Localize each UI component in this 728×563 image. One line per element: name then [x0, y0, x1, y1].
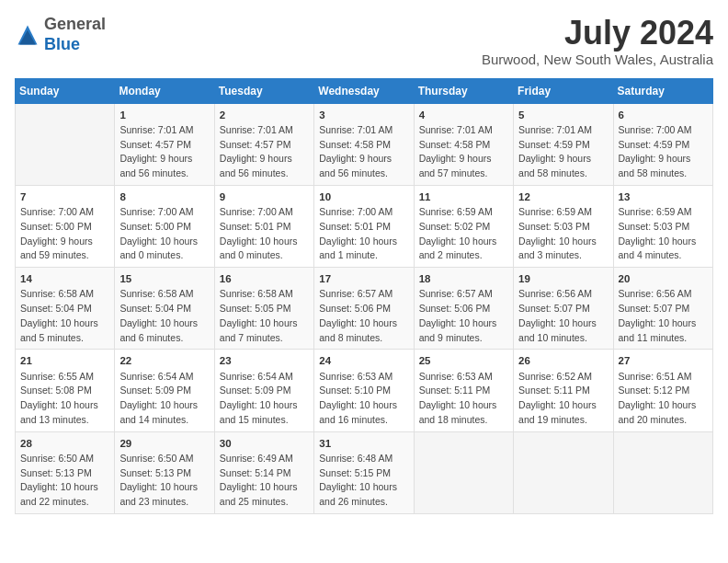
calendar-cell: 26Sunrise: 6:52 AM Sunset: 5:11 PM Dayli… [514, 350, 613, 431]
day-number: 23 [220, 353, 309, 369]
weekday-header: Saturday [613, 78, 712, 103]
calendar-cell: 3Sunrise: 7:01 AM Sunset: 4:58 PM Daylig… [314, 103, 414, 185]
calendar-cell [514, 431, 613, 513]
calendar-cell: 2Sunrise: 7:01 AM Sunset: 4:57 PM Daylig… [214, 103, 313, 185]
logo-icon [15, 22, 40, 48]
weekday-header: Tuesday [214, 78, 313, 103]
calendar-cell: 5Sunrise: 7:01 AM Sunset: 4:59 PM Daylig… [514, 103, 613, 185]
day-info: Sunrise: 6:59 AM Sunset: 5:03 PM Dayligh… [518, 205, 608, 263]
calendar-cell: 25Sunrise: 6:53 AM Sunset: 5:11 PM Dayli… [414, 350, 513, 431]
calendar-week-row: 21Sunrise: 6:55 AM Sunset: 5:08 PM Dayli… [16, 350, 713, 431]
day-number: 14 [20, 271, 109, 287]
calendar-week-row: 28Sunrise: 6:50 AM Sunset: 5:13 PM Dayli… [16, 431, 713, 513]
day-info: Sunrise: 6:53 AM Sunset: 5:11 PM Dayligh… [419, 370, 508, 428]
day-number: 7 [20, 190, 109, 205]
day-info: Sunrise: 6:55 AM Sunset: 5:08 PM Dayligh… [20, 370, 109, 428]
day-number: 20 [619, 271, 708, 287]
day-info: Sunrise: 6:50 AM Sunset: 5:13 PM Dayligh… [20, 452, 109, 510]
day-number: 13 [619, 190, 708, 205]
day-info: Sunrise: 6:58 AM Sunset: 5:05 PM Dayligh… [220, 287, 309, 345]
day-info: Sunrise: 6:52 AM Sunset: 5:11 PM Dayligh… [518, 370, 608, 428]
logo-general: General [44, 15, 106, 33]
day-info: Sunrise: 7:00 AM Sunset: 5:00 PM Dayligh… [119, 205, 209, 263]
weekday-header: Wednesday [314, 78, 414, 103]
logo-text: General Blue [44, 15, 106, 54]
day-info: Sunrise: 6:50 AM Sunset: 5:13 PM Dayligh… [119, 452, 209, 510]
calendar-week-row: 7Sunrise: 7:00 AM Sunset: 5:00 PM Daylig… [16, 185, 713, 267]
calendar-cell: 28Sunrise: 6:50 AM Sunset: 5:13 PM Dayli… [16, 431, 115, 513]
calendar-cell: 1Sunrise: 7:01 AM Sunset: 4:57 PM Daylig… [115, 103, 214, 185]
weekday-header: Sunday [16, 78, 115, 103]
day-number: 5 [518, 108, 608, 123]
calendar-week-row: 14Sunrise: 6:58 AM Sunset: 5:04 PM Dayli… [16, 268, 713, 350]
day-number: 17 [319, 271, 408, 287]
day-info: Sunrise: 7:01 AM Sunset: 4:59 PM Dayligh… [518, 123, 608, 181]
day-info: Sunrise: 6:58 AM Sunset: 5:04 PM Dayligh… [119, 287, 209, 345]
title-block: July 2024 Burwood, New South Wales, Aust… [482, 15, 713, 67]
weekday-header: Friday [514, 78, 613, 103]
day-number: 3 [319, 108, 408, 123]
day-info: Sunrise: 6:54 AM Sunset: 5:09 PM Dayligh… [220, 370, 309, 428]
calendar-cell: 14Sunrise: 6:58 AM Sunset: 5:04 PM Dayli… [16, 268, 115, 350]
day-number: 19 [518, 271, 608, 287]
day-number: 27 [619, 353, 708, 369]
day-info: Sunrise: 6:48 AM Sunset: 5:15 PM Dayligh… [319, 452, 408, 510]
day-number: 30 [220, 436, 309, 452]
day-number: 24 [319, 353, 408, 369]
day-number: 11 [419, 190, 508, 205]
day-number: 28 [20, 436, 109, 452]
calendar-cell: 24Sunrise: 6:53 AM Sunset: 5:10 PM Dayli… [314, 350, 414, 431]
day-info: Sunrise: 6:59 AM Sunset: 5:03 PM Dayligh… [619, 205, 708, 263]
calendar-cell: 9Sunrise: 7:00 AM Sunset: 5:01 PM Daylig… [214, 185, 313, 267]
day-number: 12 [518, 190, 608, 205]
day-info: Sunrise: 7:01 AM Sunset: 4:57 PM Dayligh… [119, 123, 209, 181]
day-number: 2 [220, 108, 309, 123]
day-info: Sunrise: 6:57 AM Sunset: 5:06 PM Dayligh… [319, 287, 408, 345]
calendar-cell: 17Sunrise: 6:57 AM Sunset: 5:06 PM Dayli… [314, 268, 414, 350]
day-info: Sunrise: 7:00 AM Sunset: 5:01 PM Dayligh… [319, 205, 408, 263]
day-number: 31 [319, 436, 408, 452]
day-number: 15 [119, 271, 209, 287]
calendar-cell [414, 431, 513, 513]
calendar-cell: 4Sunrise: 7:01 AM Sunset: 4:58 PM Daylig… [414, 103, 513, 185]
day-info: Sunrise: 7:01 AM Sunset: 4:57 PM Dayligh… [220, 123, 309, 181]
calendar-cell: 30Sunrise: 6:49 AM Sunset: 5:14 PM Dayli… [214, 431, 313, 513]
calendar-cell: 18Sunrise: 6:57 AM Sunset: 5:06 PM Dayli… [414, 268, 513, 350]
day-number: 26 [518, 353, 608, 369]
day-info: Sunrise: 6:59 AM Sunset: 5:02 PM Dayligh… [419, 205, 508, 263]
weekday-header-row: SundayMondayTuesdayWednesdayThursdayFrid… [16, 78, 713, 103]
calendar-cell [613, 431, 712, 513]
calendar-cell: 6Sunrise: 7:00 AM Sunset: 4:59 PM Daylig… [613, 103, 712, 185]
day-number: 1 [119, 108, 209, 123]
calendar-cell: 23Sunrise: 6:54 AM Sunset: 5:09 PM Dayli… [214, 350, 313, 431]
day-info: Sunrise: 6:49 AM Sunset: 5:14 PM Dayligh… [220, 452, 309, 510]
day-number: 8 [119, 190, 209, 205]
day-number: 10 [319, 190, 408, 205]
calendar-cell: 15Sunrise: 6:58 AM Sunset: 5:04 PM Dayli… [115, 268, 214, 350]
day-info: Sunrise: 6:53 AM Sunset: 5:10 PM Dayligh… [319, 370, 408, 428]
day-info: Sunrise: 6:56 AM Sunset: 5:07 PM Dayligh… [619, 287, 708, 345]
day-number: 21 [20, 353, 109, 369]
calendar-cell: 11Sunrise: 6:59 AM Sunset: 5:02 PM Dayli… [414, 185, 513, 267]
weekday-header: Thursday [414, 78, 513, 103]
calendar-cell: 7Sunrise: 7:00 AM Sunset: 5:00 PM Daylig… [16, 185, 115, 267]
day-number: 18 [419, 271, 508, 287]
day-info: Sunrise: 6:51 AM Sunset: 5:12 PM Dayligh… [619, 370, 708, 428]
day-number: 22 [119, 353, 209, 369]
weekday-header: Monday [115, 78, 214, 103]
day-info: Sunrise: 6:58 AM Sunset: 5:04 PM Dayligh… [20, 287, 109, 345]
day-number: 29 [119, 436, 209, 452]
logo: General Blue [15, 15, 106, 54]
day-info: Sunrise: 7:00 AM Sunset: 4:59 PM Dayligh… [619, 123, 708, 181]
day-info: Sunrise: 6:57 AM Sunset: 5:06 PM Dayligh… [419, 287, 508, 345]
day-info: Sunrise: 6:54 AM Sunset: 5:09 PM Dayligh… [119, 370, 209, 428]
day-number: 4 [419, 108, 508, 123]
day-info: Sunrise: 6:56 AM Sunset: 5:07 PM Dayligh… [518, 287, 608, 345]
calendar-week-row: 1Sunrise: 7:01 AM Sunset: 4:57 PM Daylig… [16, 103, 713, 185]
calendar-cell: 12Sunrise: 6:59 AM Sunset: 5:03 PM Dayli… [514, 185, 613, 267]
calendar-cell: 16Sunrise: 6:58 AM Sunset: 5:05 PM Dayli… [214, 268, 313, 350]
logo-blue: Blue [44, 35, 80, 53]
calendar-cell: 29Sunrise: 6:50 AM Sunset: 5:13 PM Dayli… [115, 431, 214, 513]
day-number: 9 [220, 190, 309, 205]
calendar-cell: 8Sunrise: 7:00 AM Sunset: 5:00 PM Daylig… [115, 185, 214, 267]
